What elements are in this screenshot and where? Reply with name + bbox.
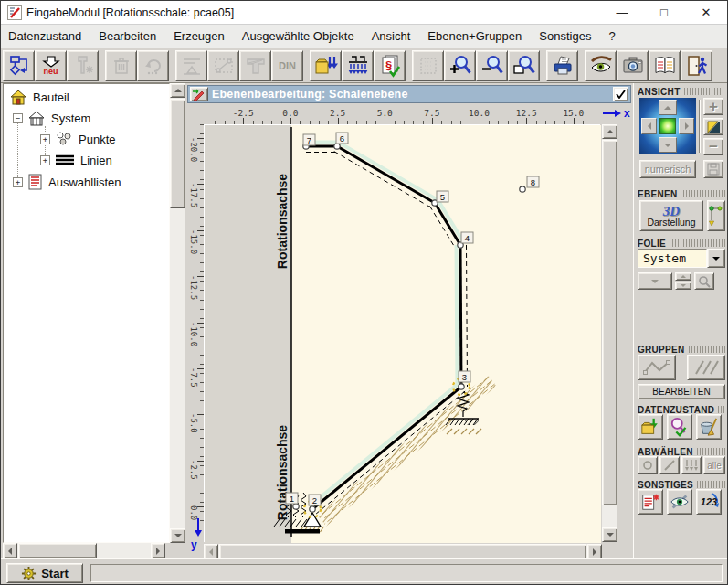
flow-icon: [7, 54, 31, 78]
canvas-region: [291, 125, 601, 543]
collapse-expander[interactable]: −: [13, 113, 23, 123]
zoom-in-button[interactable]: [444, 50, 476, 81]
scroll-thumb[interactable]: [170, 99, 185, 208]
spin-down-icon: [681, 284, 686, 290]
zoom-decrease-button[interactable]: −: [703, 138, 723, 155]
zoom-out-button[interactable]: [476, 50, 508, 81]
deselect-loads-button[interactable]: [681, 456, 702, 474]
menu-bar: Datenzustand Bearbeiten Erzeugen Ausgewä…: [1, 25, 727, 48]
tree-horizontal-scrollbar[interactable]: [3, 543, 165, 558]
scroll-thumb[interactable]: [602, 140, 617, 505]
eye-button[interactable]: [585, 50, 617, 81]
renumber-button[interactable]: 123: [696, 489, 722, 515]
protocol-button[interactable]: [638, 489, 663, 515]
deselect-lines-button[interactable]: [659, 456, 680, 474]
3d-darstellung-button[interactable]: 3D Darstellung: [639, 200, 703, 231]
cleanup-data-button[interactable]: [696, 414, 722, 440]
scroll-down-button[interactable]: [170, 528, 185, 543]
preview-button[interactable]: [667, 489, 692, 515]
minimize-button[interactable]: —: [601, 1, 643, 24]
expand-expander[interactable]: +: [40, 155, 50, 165]
deselect-points-button[interactable]: [638, 456, 658, 474]
menu-datenzustand[interactable]: Datenzustand: [8, 29, 81, 43]
contrast-button[interactable]: [703, 118, 723, 135]
expand-expander[interactable]: +: [40, 134, 50, 144]
drawing-header: Ebenenbearbeitung: Schalenebene: [187, 85, 631, 103]
maximize-button[interactable]: □: [643, 1, 685, 24]
edit-plane-icon[interactable]: [190, 87, 208, 101]
menu-erzeugen[interactable]: Erzeugen: [174, 29, 225, 43]
tree-item-auswahllisten[interactable]: + Auswahllisten: [13, 174, 121, 190]
node-marker[interactable]: [334, 144, 340, 149]
exit-button[interactable]: [681, 50, 712, 81]
flow-button[interactable]: [3, 50, 35, 81]
pan-down-button[interactable]: [659, 137, 677, 153]
scroll-left-button[interactable]: [204, 544, 218, 559]
book-button[interactable]: [649, 50, 681, 81]
ruler-tick-label: -10.0: [189, 322, 198, 346]
group-polyline-button[interactable]: [638, 355, 676, 380]
node-marker[interactable]: [293, 504, 299, 509]
tree-item-punkte[interactable]: + Punkte: [40, 131, 115, 147]
load-case-button[interactable]: [342, 50, 374, 81]
menu-help[interactable]: ?: [608, 29, 615, 43]
print-button[interactable]: [546, 50, 578, 81]
folie-dropdown-button[interactable]: [707, 249, 725, 268]
close-button[interactable]: ✕: [685, 1, 727, 24]
tree-item-linien[interactable]: + Linien: [40, 152, 112, 168]
tree-item-bauteil[interactable]: Bauteil: [9, 89, 69, 105]
shell-member[interactable]: [460, 245, 461, 387]
pan-up-button[interactable]: [659, 100, 677, 115]
paragraph-doc-button[interactable]: §: [374, 50, 406, 81]
menu-ausgewaehlte-objekte[interactable]: Ausgewählte Objekte: [242, 29, 354, 43]
section-rule: [689, 346, 725, 353]
scroll-down-button[interactable]: [602, 527, 617, 542]
confirm-check-button[interactable]: [613, 87, 628, 101]
pan-left-button[interactable]: [641, 118, 657, 134]
camera-button[interactable]: [617, 50, 649, 81]
scroll-up-button[interactable]: [602, 124, 617, 139]
scroll-thumb[interactable]: [18, 543, 97, 558]
tree-item-system[interactable]: − System: [13, 110, 90, 126]
menu-sonstiges[interactable]: Sonstiges: [539, 29, 591, 43]
node-label: 6: [340, 133, 344, 144]
scroll-left-button[interactable]: [3, 543, 17, 558]
floppy-icon: [707, 163, 720, 176]
check-data-button[interactable]: [667, 414, 692, 440]
save-view-button[interactable]: [703, 160, 723, 178]
section-title: SONSTIGES: [638, 480, 693, 490]
folder-import-button[interactable]: [310, 50, 342, 81]
plane-axes-button[interactable]: [707, 200, 725, 231]
canvas-vertical-scrollbar[interactable]: [602, 124, 617, 542]
menu-bearbeiten[interactable]: Bearbeiten: [99, 29, 156, 43]
node-marker[interactable]: [459, 384, 464, 389]
menu-ebenen-gruppen[interactable]: Ebenen+Gruppen: [427, 29, 522, 43]
tree-vertical-scrollbar[interactable]: [170, 83, 185, 543]
folie-select-value[interactable]: System: [638, 249, 707, 268]
pan-right-button[interactable]: [679, 118, 694, 134]
deselect-all-button[interactable]: alle: [703, 456, 725, 474]
drawing-canvas[interactable]: RotationsachseRotationsachse12345678: [204, 124, 600, 542]
scroll-thumb[interactable]: [219, 544, 586, 559]
svg-text:§: §: [385, 58, 392, 72]
folie-spinner[interactable]: [675, 272, 691, 290]
numerisch-button[interactable]: numerisch: [639, 160, 696, 178]
new-button[interactable]: neu: [35, 50, 67, 81]
scroll-right-button[interactable]: [587, 544, 602, 559]
start-button[interactable]: Start: [6, 563, 83, 583]
zoom-increase-button[interactable]: +: [703, 98, 723, 115]
sub-folie-dropdown[interactable]: [638, 272, 672, 290]
group-lines-button[interactable]: [687, 355, 725, 380]
node-marker[interactable]: [310, 506, 315, 512]
expand-expander[interactable]: +: [13, 177, 23, 187]
folie-search-button[interactable]: [694, 272, 714, 290]
center-view-button[interactable]: [659, 118, 676, 134]
save-data-button[interactable]: [638, 414, 663, 440]
canvas-horizontal-scrollbar[interactable]: [204, 544, 602, 559]
menu-ansicht[interactable]: Ansicht: [372, 29, 411, 43]
zoom-window-button[interactable]: [508, 50, 540, 81]
scroll-up-button[interactable]: [170, 83, 185, 98]
scroll-right-button[interactable]: [151, 543, 165, 558]
node-marker[interactable]: [520, 186, 525, 192]
bearbeiten-button[interactable]: BEARBEITEN: [638, 384, 725, 399]
